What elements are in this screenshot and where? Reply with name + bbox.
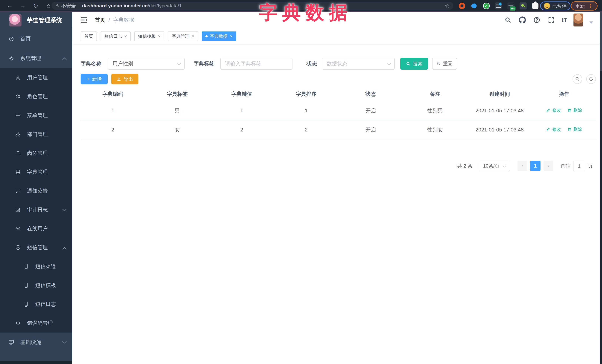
sidebar-item-post-mgmt[interactable]: 岗位管理 bbox=[0, 144, 72, 163]
close-icon[interactable]: × bbox=[124, 34, 127, 39]
sidebar-item-online-users[interactable]: 在线用户 bbox=[0, 219, 72, 238]
breadcrumb: 首页 / 字典数据 bbox=[95, 12, 134, 28]
tab-sms-template[interactable]: 短信模板 × bbox=[134, 31, 164, 41]
sidebar-item-menu-mgmt[interactable]: 菜单管理 bbox=[0, 106, 72, 125]
reload-icon[interactable]: ↻ bbox=[32, 2, 40, 10]
font-size-icon[interactable]: tT bbox=[562, 17, 567, 23]
extension-slider-icon[interactable] bbox=[495, 2, 502, 10]
sidebar-item-sms-channel[interactable]: 短信渠道 bbox=[0, 257, 72, 276]
sidebar-item-sms-mgmt[interactable]: 短信管理 bbox=[0, 238, 72, 257]
toggle-search-button[interactable] bbox=[572, 74, 582, 84]
search-button[interactable]: 搜索 bbox=[400, 58, 428, 70]
update-button[interactable]: 更新 ⋮ bbox=[571, 1, 598, 10]
help-icon[interactable] bbox=[533, 16, 541, 24]
gear-icon bbox=[8, 55, 14, 62]
page-number-button[interactable]: 1 bbox=[530, 161, 540, 171]
next-page-button[interactable]: › bbox=[543, 161, 553, 171]
cell-status: 开启 bbox=[338, 101, 403, 120]
reset-button-label: 重置 bbox=[443, 61, 452, 67]
search-icon[interactable] bbox=[504, 16, 512, 24]
sidebar-logo[interactable]: 芋道管理系统 bbox=[0, 12, 72, 29]
tab-dict-mgmt[interactable]: 字典管理 × bbox=[168, 31, 198, 41]
sidebar: 芋道管理系统 首页 系统管理 用户管理 角色管理 菜单管理 bbox=[0, 12, 72, 364]
security-label[interactable]: 不安全 bbox=[61, 3, 76, 9]
delete-button[interactable]: 删除 bbox=[567, 126, 582, 132]
sidebar-item-home[interactable]: 首页 bbox=[0, 29, 72, 49]
cell-created: 2021-01-05 17:03:48 bbox=[467, 101, 532, 120]
browser-nav: ← → ↻ ⌂ bbox=[0, 2, 53, 10]
delete-label: 删除 bbox=[573, 126, 582, 132]
sidebar-item-label: 角色管理 bbox=[27, 93, 48, 100]
sidebar-item-user-mgmt[interactable]: 用户管理 bbox=[0, 68, 72, 87]
page-size-select[interactable]: 10条/页 bbox=[479, 161, 510, 171]
cell-value: 1 bbox=[209, 101, 274, 120]
chevron-down-icon[interactable] bbox=[589, 21, 593, 24]
reset-button[interactable]: ↻ 重置 bbox=[432, 58, 457, 70]
extension-on-icon[interactable]: on bbox=[507, 2, 515, 10]
sidebar-item-role-mgmt[interactable]: 角色管理 bbox=[0, 87, 72, 106]
bookmark-star-icon[interactable]: ☆ bbox=[445, 3, 450, 9]
sidebar-item-dept-mgmt[interactable]: 部门管理 bbox=[0, 125, 72, 144]
hamburger-icon[interactable] bbox=[80, 16, 88, 24]
tab-sms-log[interactable]: 短信日志 × bbox=[101, 31, 130, 41]
system-submenu: 用户管理 角色管理 菜单管理 部门管理 岗位管理 字典管理 bbox=[0, 68, 72, 333]
extension-check-icon[interactable]: ✓ bbox=[483, 2, 490, 10]
github-icon[interactable] bbox=[518, 16, 527, 24]
col-header: 字典标签 bbox=[145, 87, 209, 101]
fullscreen-icon[interactable] bbox=[547, 16, 555, 24]
edit-button[interactable]: 修改 bbox=[546, 126, 561, 132]
window-scrollbar[interactable] bbox=[600, 12, 602, 364]
back-icon[interactable]: ← bbox=[6, 2, 14, 9]
export-button[interactable]: 导出 bbox=[111, 74, 138, 84]
sidebar-item-dict-mgmt[interactable]: 字典管理 bbox=[0, 163, 72, 181]
col-header: 创建时间 bbox=[467, 87, 532, 101]
sidebar-item-sms-template[interactable]: 短信模板 bbox=[0, 276, 72, 295]
close-icon[interactable]: × bbox=[230, 34, 232, 39]
chrome-menu-icon[interactable]: ⋮ bbox=[588, 3, 593, 9]
filter-bar: 字典名称 用户性别 字典标签 请输入字典标签 状态 数据状态 搜索 ↻ 重置 bbox=[81, 58, 457, 70]
tab-dict-data[interactable]: 字典数据 × bbox=[202, 31, 236, 41]
extension-puzzle-icon[interactable] bbox=[532, 2, 539, 10]
sidebar-item-label: 在线用户 bbox=[27, 225, 48, 232]
col-header: 备注 bbox=[403, 87, 467, 101]
sidebar-item-infra[interactable]: 基础设施 bbox=[0, 333, 72, 352]
tab-label: 字典数据 bbox=[210, 33, 228, 39]
emoji-avatar-icon bbox=[544, 3, 550, 9]
cell-status: 开启 bbox=[338, 120, 403, 139]
tab-label: 首页 bbox=[84, 33, 93, 39]
dict-tag-input[interactable]: 请输入字典标签 bbox=[220, 58, 292, 70]
avatar[interactable] bbox=[573, 13, 583, 26]
status-select[interactable]: 数据状态 bbox=[322, 58, 395, 70]
sidebar-item-notice[interactable]: 通知公告 bbox=[0, 181, 72, 200]
extension-key-icon[interactable] bbox=[519, 2, 527, 10]
cell-created: 2021-01-05 17:03:48 bbox=[467, 120, 532, 139]
scrollbar-thumb[interactable] bbox=[600, 12, 602, 71]
search-button-label: 搜索 bbox=[413, 61, 422, 67]
url-bar[interactable]: ⚠ 不安全 dashboard.yudao.iocoder.cn /dict/t… bbox=[52, 2, 453, 10]
close-icon[interactable]: × bbox=[158, 34, 161, 39]
chevron-up-icon bbox=[62, 58, 67, 62]
edit-label: 修改 bbox=[552, 126, 561, 132]
sidebar-item-error-code[interactable]: 错误码管理 bbox=[0, 314, 72, 333]
sidebar-item-system-mgmt[interactable]: 系统管理 bbox=[0, 49, 72, 68]
sidebar-item-sms-log[interactable]: 短信日志 bbox=[0, 295, 72, 314]
edit-button[interactable]: 修改 bbox=[546, 107, 561, 113]
refresh-button[interactable] bbox=[586, 74, 596, 84]
breadcrumb-home[interactable]: 首页 bbox=[95, 16, 105, 23]
sidebar-item-label: 首页 bbox=[20, 35, 31, 42]
forward-icon[interactable]: → bbox=[19, 2, 27, 9]
trash-icon bbox=[567, 127, 572, 132]
sidebar-item-audit-log[interactable]: 审计日志 bbox=[0, 200, 72, 219]
delete-button[interactable]: 删除 bbox=[567, 107, 582, 113]
extension-ubuntu-icon[interactable] bbox=[458, 2, 466, 10]
tab-home[interactable]: 首页 bbox=[81, 31, 97, 41]
table-row: 1 男 1 1 开启 性别男 2021-01-05 17:03:48 修改 bbox=[81, 101, 596, 120]
paused-badge[interactable]: 已暂停 bbox=[540, 1, 570, 10]
close-icon[interactable]: × bbox=[192, 34, 194, 39]
prev-page-button[interactable]: ‹ bbox=[517, 161, 527, 171]
extension-drop-icon[interactable] bbox=[471, 2, 478, 10]
add-button[interactable]: + 新增 bbox=[81, 74, 108, 84]
goto-page-input[interactable]: 1 bbox=[573, 161, 585, 171]
list-icon bbox=[15, 112, 21, 118]
dict-name-select[interactable]: 用户性别 bbox=[108, 58, 185, 70]
